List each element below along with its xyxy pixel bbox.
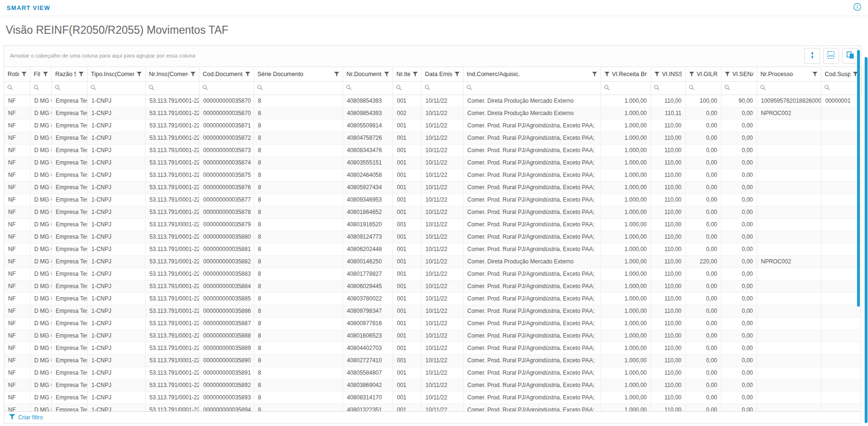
cell-razao: Empresa Teste 1: [52, 169, 88, 182]
table-row[interactable]: NFD MG 01Empresa Teste 11-CNPJ53.113.791…: [4, 342, 861, 355]
column-header-codsusp[interactable]: Cod.Susp.INSS: [821, 67, 862, 81]
filter-funnel-icon[interactable]: [689, 72, 694, 77]
filter-cell-processo[interactable]: [757, 82, 821, 95]
filter-cell-nrdoc[interactable]: [343, 82, 393, 95]
table-row[interactable]: NFD MG 01Empresa Teste 11-CNPJ53.113.791…: [4, 355, 861, 367]
table-row[interactable]: NFD MG 01Empresa Teste 11-CNPJ53.113.791…: [4, 219, 861, 231]
filter-cell-tipoinsc[interactable]: [88, 82, 146, 95]
filter-cell-gilrat[interactable]: [686, 82, 721, 95]
cell-codsusp: [821, 194, 861, 206]
filter-funnel-icon[interactable]: [654, 72, 660, 77]
column-header-tipoinsc[interactable]: Tipo.Insc(Comerc/Adiq): [88, 67, 146, 81]
cell-coddoc: 000000000035874: [199, 157, 254, 169]
filter-funnel-icon[interactable]: [592, 72, 597, 77]
column-header-razao[interactable]: Razão Social: [52, 67, 88, 81]
table-row[interactable]: NFD MG 01Empresa Teste 11-CNPJ53.113.791…: [4, 120, 861, 132]
column-header-dataem[interactable]: Data Emissão: [422, 67, 464, 81]
filter-funnel-icon[interactable]: [725, 72, 730, 77]
info-button[interactable]: [853, 3, 861, 13]
filter-cell-dataem[interactable]: [422, 82, 464, 95]
filter-cell-codsusp[interactable]: [821, 82, 862, 95]
filter-funnel-icon: [9, 414, 15, 421]
filter-funnel-icon[interactable]: [334, 72, 339, 77]
filter-funnel-icon[interactable]: [245, 72, 250, 77]
window-vertical-scrollbar[interactable]: [865, 57, 868, 423]
cell-processo: [757, 169, 821, 182]
table-row[interactable]: NFD MG 01Empresa Teste 11-CNPJ53.113.791…: [4, 95, 861, 107]
table-row[interactable]: NFD MG 01Empresa Teste 11-CNPJ53.113.791…: [4, 318, 861, 330]
filter-cell-nritem[interactable]: [393, 82, 422, 95]
table-row[interactable]: NFD MG 01Empresa Teste 11-CNPJ53.113.791…: [4, 367, 861, 379]
filter-cell-nrinsc[interactable]: [146, 82, 199, 95]
table-row[interactable]: NFD MG 01Empresa Teste 11-CNPJ53.113.791…: [4, 231, 861, 243]
table-row[interactable]: NFD MG 01Empresa Teste 11-CNPJ53.113.791…: [4, 404, 861, 411]
filter-cell-receita[interactable]: [601, 82, 651, 95]
column-header-label: Data Emissão: [425, 71, 452, 77]
cell-senar: 0,00: [721, 355, 757, 367]
table-row[interactable]: NFD MG 01Empresa Teste 11-CNPJ53.113.791…: [4, 330, 861, 342]
column-header-coddoc[interactable]: Cod.Documento: [199, 67, 254, 81]
filter-cell-rotina[interactable]: [4, 82, 30, 95]
filter-funnel-icon[interactable]: [43, 72, 48, 77]
table-row[interactable]: NFD MG 01Empresa Teste 11-CNPJ53.113.791…: [4, 194, 861, 206]
filter-cell-ind[interactable]: [464, 82, 601, 95]
table-row[interactable]: NFD MG 01Empresa Teste 11-CNPJ53.113.791…: [4, 392, 861, 404]
table-row[interactable]: NFD MG 01Empresa Teste 11-CNPJ53.113.791…: [4, 256, 861, 268]
filter-funnel-icon[interactable]: [137, 72, 142, 77]
column-header-nrdoc[interactable]: Nr.Documento: [343, 67, 393, 81]
filter-funnel-icon[interactable]: [454, 72, 460, 77]
filter-funnel-icon[interactable]: [604, 72, 610, 77]
table-row[interactable]: NFD MG 01Empresa Teste 11-CNPJ53.113.791…: [4, 107, 861, 120]
cell-receita: 1.000,00: [601, 268, 651, 281]
grid-vertical-scrollbar[interactable]: [857, 50, 860, 307]
filter-funnel-icon[interactable]: [413, 72, 418, 77]
column-header-ind[interactable]: Ind.Comerc/Aquisic.: [464, 67, 601, 81]
filter-funnel-icon[interactable]: [21, 72, 27, 77]
table-row[interactable]: NFD MG 01Empresa Teste 11-CNPJ53.113.791…: [4, 243, 861, 256]
filter-cell-filial[interactable]: [30, 82, 52, 95]
cell-gilrat: 0,00: [686, 231, 721, 243]
cell-inss: 110,00: [651, 194, 686, 206]
create-filter-button[interactable]: Criar filtro: [9, 414, 43, 421]
export-xlsx-button[interactable]: xlsx: [823, 48, 839, 64]
table-row[interactable]: NFD MG 01Empresa Teste 11-CNPJ53.113.791…: [4, 305, 861, 318]
filter-funnel-icon[interactable]: [812, 72, 818, 77]
table-row[interactable]: NFD MG 01Empresa Teste 11-CNPJ53.113.791…: [4, 206, 861, 219]
table-row[interactable]: NFD MG 01Empresa Teste 11-CNPJ53.113.791…: [4, 281, 861, 293]
filter-cell-inss[interactable]: [651, 82, 686, 95]
table-row[interactable]: NFD MG 01Empresa Teste 11-CNPJ53.113.791…: [4, 145, 861, 157]
column-header-label: Vl.INSS: [662, 71, 682, 77]
table-row[interactable]: NFD MG 01Empresa Teste 11-CNPJ53.113.791…: [4, 293, 861, 305]
column-header-nrinsc[interactable]: Nr.Insc(Comerc/Adiq): [146, 67, 199, 81]
table-row[interactable]: NFD MG 01Empresa Teste 11-CNPJ53.113.791…: [4, 182, 861, 194]
cell-inss: 110,00: [651, 243, 686, 256]
filter-cell-senar[interactable]: [721, 82, 757, 95]
fit-columns-button[interactable]: [804, 48, 820, 64]
column-header-gilrat[interactable]: Vl.GILRAT: [686, 67, 721, 81]
filter-funnel-icon[interactable]: [384, 72, 389, 77]
table-row[interactable]: NFD MG 01Empresa Teste 11-CNPJ53.113.791…: [4, 132, 861, 145]
cell-nritem: 001: [393, 120, 422, 132]
table-row[interactable]: NFD MG 01Empresa Teste 11-CNPJ53.113.791…: [4, 157, 861, 169]
column-header-rotina[interactable]: Rotina: [4, 67, 30, 81]
table-row[interactable]: NFD MG 01Empresa Teste 11-CNPJ53.113.791…: [4, 169, 861, 182]
column-header-receita[interactable]: Vl.Receita Bruta: [601, 67, 651, 81]
cell-codsusp: [821, 355, 861, 367]
cell-nrinsc: 53.113.791/0001-22: [146, 107, 199, 120]
table-row[interactable]: NFD MG 01Empresa Teste 11-CNPJ53.113.791…: [4, 379, 861, 392]
filter-cell-razao[interactable]: [52, 82, 88, 95]
column-header-nritem[interactable]: Nr.Item: [393, 67, 422, 81]
cell-ind: Comer. Prod. Rural PJ/Agroindústria, Exc…: [464, 268, 601, 281]
column-header-filial[interactable]: Filial: [30, 67, 52, 81]
filter-cell-coddoc[interactable]: [199, 82, 254, 95]
table-row[interactable]: NFD MG 01Empresa Teste 11-CNPJ53.113.791…: [4, 268, 861, 281]
filter-funnel-icon[interactable]: [79, 72, 84, 77]
column-header-senar[interactable]: Vl.SENAR: [721, 67, 757, 81]
column-header-inss[interactable]: Vl.INSS: [651, 67, 686, 81]
column-chooser-button[interactable]: [842, 48, 858, 64]
group-panel[interactable]: Arrastar o cabeçalho de uma coluna para …: [4, 46, 861, 67]
filter-funnel-icon[interactable]: [190, 72, 196, 77]
filter-cell-serie[interactable]: [254, 82, 343, 95]
column-header-processo[interactable]: Nr.Processo: [757, 67, 821, 81]
column-header-serie[interactable]: Série Documento: [254, 67, 343, 81]
